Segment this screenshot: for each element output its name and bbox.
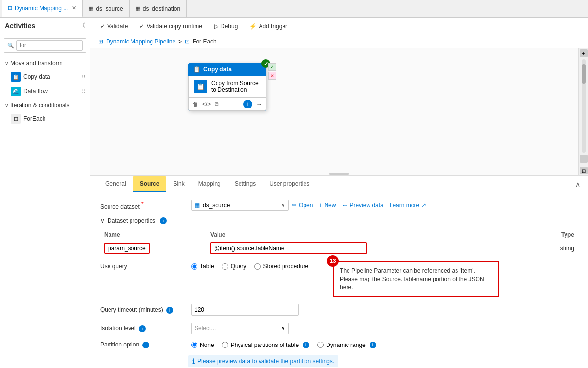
- search-box[interactable]: 🔍: [4, 38, 86, 53]
- partition-dynamic-info[interactable]: i: [370, 342, 376, 348]
- validate-copy-label: Validate copy runtime: [146, 23, 202, 30]
- tab-pipeline[interactable]: ⊞ Dynamic Mapping ... ✕: [2, 0, 83, 17]
- section-iteration-label: Iteration & conditionals: [10, 102, 69, 108]
- partition-label-text: Partition option: [100, 341, 139, 348]
- node-line2: to Destination: [211, 87, 259, 93]
- radio-table-label: Table: [200, 263, 214, 270]
- scroll-up-btn[interactable]: +: [580, 49, 588, 57]
- learn-more-btn[interactable]: Learn more ↗: [390, 202, 426, 209]
- partition-physical-input[interactable]: [222, 342, 228, 348]
- isolation-info-icon[interactable]: i: [139, 325, 146, 332]
- section-iteration[interactable]: ∨ Iteration & conditionals: [0, 99, 90, 111]
- query-timeout-input[interactable]: [191, 304, 299, 316]
- tab-general[interactable]: General: [98, 176, 133, 192]
- partition-info-icon[interactable]: i: [142, 342, 149, 348]
- drag-handle-2[interactable]: ⠿: [82, 89, 85, 94]
- radio-query-input[interactable]: [222, 263, 228, 270]
- radio-table-input[interactable]: [191, 263, 197, 270]
- arrow-node-btn[interactable]: →: [256, 101, 262, 108]
- isolation-select[interactable]: Select... ∨: [191, 323, 289, 334]
- query-timeout-label-text: Query timeout (minutes): [100, 306, 163, 313]
- radio-stored-proc-label: Stored procedure: [263, 263, 308, 270]
- step-badge: 13: [327, 255, 339, 267]
- add-trigger-button[interactable]: ⚡ Add trigger: [247, 22, 289, 31]
- param-type-cell: string: [534, 240, 578, 257]
- props-header[interactable]: ∨ Dataset properties i: [100, 217, 578, 224]
- validate-icon: ✓: [100, 23, 105, 30]
- side-icon-fail[interactable]: ✕: [268, 72, 276, 80]
- tab-settings-label: Settings: [235, 180, 256, 187]
- source-dataset-label-text: Source dataset: [100, 203, 140, 210]
- sidebar-collapse-icon[interactable]: 《: [79, 22, 85, 30]
- partition-info-text: Please preview data to validate the part…: [197, 358, 334, 365]
- trigger-icon: ⚡: [249, 23, 257, 30]
- code-node-btn[interactable]: </>: [202, 101, 211, 108]
- search-input[interactable]: [16, 40, 83, 51]
- partition-none-input[interactable]: [191, 342, 197, 348]
- tab-settings[interactable]: Settings: [228, 176, 262, 192]
- breadcrumb-current: For Each: [193, 38, 217, 45]
- radio-query[interactable]: Query: [222, 263, 247, 270]
- partition-physical[interactable]: Physical partitions of table i: [222, 342, 309, 348]
- drag-handle[interactable]: ⠿: [82, 74, 85, 80]
- param-value-input[interactable]: [210, 242, 367, 254]
- resize-handle[interactable]: [329, 173, 349, 175]
- external-link-icon: ↗: [421, 202, 426, 209]
- scroll-down-btn[interactable]: −: [580, 155, 588, 163]
- sidebar-item-data-flow[interactable]: 🌊 Data flow ⠿: [0, 84, 90, 99]
- dataset-select[interactable]: ▦ ds_source ∨: [191, 200, 289, 211]
- radio-table[interactable]: Table: [191, 263, 214, 270]
- preview-data-btn[interactable]: ↔ Preview data: [342, 202, 383, 209]
- radio-stored-proc-input[interactable]: [254, 263, 261, 270]
- panel-tabs-row: General Source Sink Mapping Settings Use…: [90, 176, 588, 192]
- param-value-cell: [206, 240, 534, 257]
- sidebar-item-foreach[interactable]: ⊡ ForEach: [0, 111, 90, 126]
- radio-stored-proc[interactable]: Stored procedure: [254, 263, 308, 270]
- tab-sink[interactable]: Sink: [166, 176, 191, 192]
- partition-dynamic[interactable]: Dynamic range i: [317, 342, 376, 348]
- new-dataset-btn[interactable]: + New: [319, 202, 336, 209]
- section-move-transform[interactable]: ∨ Move and transform: [0, 57, 90, 69]
- add-node-btn[interactable]: +: [243, 100, 252, 108]
- timeout-info-icon[interactable]: i: [166, 307, 173, 314]
- tab-user-properties[interactable]: User properties: [262, 176, 316, 192]
- canvas-scrollbar[interactable]: + − ⊡: [578, 48, 588, 175]
- validate-button[interactable]: ✓ Validate: [98, 22, 130, 31]
- dataset-select-value: ds_source: [203, 202, 230, 209]
- validate-copy-button[interactable]: ✓ Validate copy runtime: [137, 22, 204, 31]
- panel-collapse-btn[interactable]: ∧: [575, 180, 580, 188]
- tab-mapping[interactable]: Mapping: [192, 176, 228, 192]
- sidebar-item-copy-data[interactable]: 📋 Copy data ⠿: [0, 69, 90, 84]
- tab-user-props-label: User properties: [269, 180, 309, 187]
- tab-ds-destination[interactable]: ▦ ds_destination: [130, 0, 187, 17]
- info-icon: ℹ: [192, 357, 195, 365]
- fit-btn[interactable]: ⊡: [580, 167, 588, 174]
- delete-node-btn[interactable]: 🗑: [193, 101, 198, 108]
- debug-button[interactable]: ▷ Debug: [212, 22, 240, 31]
- node-header-icon: 📋: [193, 66, 200, 73]
- tab-sink-label: Sink: [173, 180, 184, 187]
- open-dataset-btn[interactable]: ✏ Open: [292, 202, 313, 209]
- partition-none[interactable]: None: [191, 342, 214, 348]
- partition-none-label: None: [200, 342, 214, 348]
- data-flow-icon: 🌊: [11, 87, 21, 96]
- props-info-icon[interactable]: i: [160, 217, 167, 224]
- breadcrumb: ⊞ Dynamic Mapping Pipeline > ⊡ For Each: [90, 35, 588, 48]
- copy-data-node[interactable]: 📋 Copy data ✓ 📋 Copy from Source to Dest…: [188, 63, 266, 111]
- partition-physical-info[interactable]: i: [303, 342, 309, 348]
- partition-option-label: Partition option i: [100, 341, 188, 348]
- partition-dynamic-label: Dynamic range: [326, 342, 366, 348]
- copy-node-btn[interactable]: ⧉: [215, 101, 219, 108]
- tab-close-btn[interactable]: ✕: [72, 5, 76, 11]
- side-icon-success[interactable]: ✓: [268, 63, 276, 71]
- query-timeout-row: Query timeout (minutes) i: [100, 304, 578, 316]
- dataset-properties-section: ∨ Dataset properties i Name Value Type: [100, 217, 578, 256]
- canvas-area[interactable]: 📋 Copy data ✓ 📋 Copy from Source to Dest…: [90, 48, 588, 175]
- ds-source-icon: ▦: [88, 5, 93, 12]
- breadcrumb-pipeline-link[interactable]: Dynamic Mapping Pipeline: [106, 38, 175, 45]
- tab-source[interactable]: Source: [133, 176, 167, 192]
- partition-dynamic-input[interactable]: [317, 342, 324, 348]
- breadcrumb-pipeline-icon: ⊞: [98, 38, 103, 45]
- tooltip-container: 13 The Pipeline Parameter can be referen…: [333, 261, 499, 297]
- tab-ds-source[interactable]: ▦ ds_source: [83, 0, 129, 17]
